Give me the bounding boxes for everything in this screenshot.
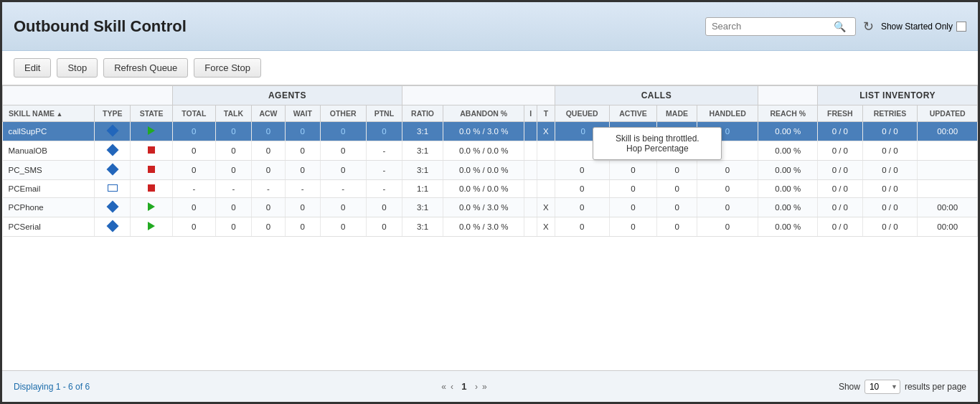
- made-val: 0: [674, 166, 679, 174]
- reach-group-empty: [758, 86, 818, 105]
- col-wait: WAIT: [285, 105, 320, 122]
- prev-page-button[interactable]: ‹: [451, 382, 453, 392]
- cell-value: 0: [192, 222, 196, 231]
- cell-ptnl: -: [366, 180, 402, 198]
- cell-value: 0: [382, 203, 386, 212]
- cell-reach-pct: 0.00 %: [758, 122, 818, 141]
- refresh-icon[interactable]: ↻: [863, 19, 874, 34]
- cell-wait: 0: [285, 198, 320, 217]
- col-skill-name[interactable]: SKILL NAME: [3, 105, 95, 122]
- cell-value: 0: [231, 127, 235, 136]
- show-started-only-label[interactable]: Show Started Only: [881, 22, 966, 32]
- cell-retries: 0 / 0: [862, 198, 918, 217]
- show-started-only-text: Show Started Only: [881, 22, 953, 32]
- col-state: STATE: [131, 105, 172, 122]
- cell-value: 0: [725, 203, 730, 212]
- cell-skill-name: PCEmail: [3, 180, 95, 198]
- current-page-num: 1: [458, 381, 471, 392]
- cell-acw: 0: [251, 122, 285, 141]
- col-ptnl: PTNL: [366, 105, 402, 122]
- cell-skill-name: PCSerial: [3, 217, 95, 237]
- cell-value: 0: [725, 127, 730, 136]
- col-active: ACTIVE: [609, 105, 657, 122]
- cell-retries: 0 / 0: [862, 161, 918, 180]
- cell-value: 0: [192, 166, 196, 174]
- cell-value: 0: [631, 166, 635, 174]
- cell-active: 0: [609, 217, 657, 237]
- cell-ptnl: -: [366, 141, 402, 161]
- cell-talk: 0: [215, 161, 251, 180]
- cell-handled: 0: [697, 198, 758, 217]
- search-box[interactable]: 🔍: [705, 17, 856, 36]
- per-page-select-wrapper[interactable]: 10 25 50: [864, 380, 900, 394]
- main-table: AGENTS CALLS LIST INVENTORY SKILL NAME T…: [2, 85, 978, 237]
- cell-t: [537, 141, 555, 161]
- cell-i: [524, 161, 537, 180]
- cell-fresh: 0 / 0: [818, 180, 862, 198]
- play-icon: [148, 223, 155, 232]
- cell-type: [94, 217, 130, 237]
- made-val: 0: [674, 184, 679, 193]
- cell-ptnl: 0: [366, 198, 402, 217]
- show-label: Show: [839, 382, 860, 392]
- cell-skill-name: callSupPC: [3, 122, 95, 141]
- cell-total: -: [172, 180, 215, 198]
- table-area: AGENTS CALLS LIST INVENTORY SKILL NAME T…: [2, 85, 978, 370]
- cell-i: [524, 122, 537, 141]
- stop-button[interactable]: Stop: [57, 58, 98, 77]
- search-input[interactable]: [712, 21, 834, 32]
- col-reach-pct: REACH %: [758, 105, 818, 122]
- last-page-button[interactable]: »: [482, 382, 487, 392]
- refresh-queue-button[interactable]: Refresh Queue: [103, 58, 188, 77]
- cell-reach-pct: 0.00 %: [758, 198, 818, 217]
- made-val: 0: [674, 222, 679, 231]
- cell-wait: 0: [285, 217, 320, 237]
- table-row[interactable]: PCEmail - - - - - - 1:1 0.0 % / 0.0 % 0 …: [3, 180, 978, 198]
- cell-value: 0: [725, 184, 730, 193]
- col-other: OTHER: [320, 105, 366, 122]
- cell-acw: 0: [251, 198, 285, 217]
- table-row[interactable]: callSupPC 0 0 0 0 0 0 3:1 0.0 % / 3.0 % …: [3, 122, 978, 141]
- tooltip-popup: Skill is being throttled. Hop Percentage: [593, 127, 722, 160]
- cell-ratio: 3:1: [402, 217, 443, 237]
- cell-type: [94, 122, 130, 141]
- cell-ratio: 3:1: [402, 198, 443, 217]
- cell-abandon-pct: 0.0 % / 0.0 %: [443, 180, 524, 198]
- cell-queued: 0: [555, 217, 609, 237]
- footer-right: Show 10 25 50 results per page: [839, 380, 966, 394]
- table-row[interactable]: PCPhone 0 0 0 0 0 0 3:1 0.0 % / 3.0 % X …: [3, 198, 978, 217]
- cell-other: 0: [320, 161, 366, 180]
- cell-total: 0: [172, 122, 215, 141]
- page-title: Outbound Skill Control: [14, 17, 187, 36]
- col-acw: ACW: [251, 105, 285, 122]
- cell-acw: 0: [251, 141, 285, 161]
- col-header-row: SKILL NAME TYPE STATE TOTAL TALK ACW WAI…: [3, 105, 978, 122]
- table-row[interactable]: PCSerial 0 0 0 0 0 0 3:1 0.0 % / 3.0 % X…: [3, 217, 978, 237]
- cell-fresh: 0 / 0: [818, 217, 862, 237]
- edit-button[interactable]: Edit: [14, 58, 51, 77]
- col-t: T: [537, 105, 555, 122]
- cell-reach-pct: 0.00 %: [758, 217, 818, 237]
- cell-t: [537, 161, 555, 180]
- first-page-button[interactable]: «: [441, 382, 446, 392]
- cell-handled: 0: [697, 180, 758, 198]
- col-queued: QUEUED: [555, 105, 609, 122]
- cell-value: 0: [341, 203, 345, 212]
- cell-i: [524, 217, 537, 237]
- header-right: 🔍 ↻ Show Started Only: [705, 17, 966, 36]
- list-inventory-group-header: LIST INVENTORY: [818, 86, 978, 105]
- cell-other: -: [320, 180, 366, 198]
- agents-group-header: AGENTS: [172, 86, 402, 105]
- cell-wait: 0: [285, 161, 320, 180]
- next-page-button[interactable]: ›: [475, 382, 478, 392]
- cell-ratio: 1:1: [402, 180, 443, 198]
- show-started-only-checkbox[interactable]: [956, 22, 966, 32]
- table-row[interactable]: PC_SMS 0 0 0 0 0 - 3:1 0.0 % / 0.0 % 0 0…: [3, 161, 978, 180]
- table-row[interactable]: ManualOB 0 0 0 0 0 - 3:1 0.0 % / 0.0 % 0…: [3, 141, 978, 161]
- per-page-select[interactable]: 10 25 50: [864, 380, 900, 394]
- col-talk: TALK: [215, 105, 251, 122]
- cell-value: 0: [231, 203, 235, 212]
- cell-type: [94, 161, 130, 180]
- cell-value: 0: [631, 203, 635, 212]
- force-stop-button[interactable]: Force Stop: [194, 58, 261, 77]
